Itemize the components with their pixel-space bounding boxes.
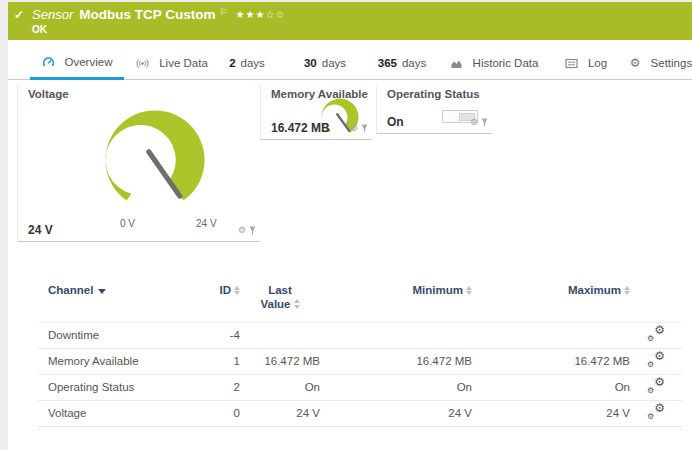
- table-row: Memory Available 1 16.472 MB 16.472 MB 1…: [38, 348, 682, 374]
- channel-last-value: 24 V: [240, 400, 320, 426]
- object-type-label: Sensor: [32, 7, 73, 22]
- gear-icon[interactable]: ⚙: [350, 124, 358, 133]
- gear-icon: ⚙: [630, 57, 641, 69]
- flag-icon[interactable]: ⚐: [220, 7, 228, 17]
- tab-label: Live Data: [159, 57, 208, 69]
- channel-settings-gears-icon[interactable]: ⚙⚙: [647, 326, 665, 342]
- status-ok-check-icon: ✓: [14, 8, 24, 22]
- tab-label: Log: [588, 57, 607, 69]
- channel-value: On: [387, 115, 404, 129]
- sensor-page: ✓ Sensor Modbus TCP Custom ⚐ ★★★☆☆ OK Ov…: [8, 2, 692, 450]
- gear-icon[interactable]: ⚙: [470, 118, 478, 127]
- gauge-icon: [42, 56, 55, 68]
- chart-icon: [450, 58, 463, 69]
- tab-label: Settings: [651, 57, 692, 69]
- pin-icon[interactable]: [481, 113, 488, 131]
- sort-icon: [624, 286, 630, 296]
- tab-label: Historic Data: [473, 57, 539, 69]
- channel-minimum: On: [320, 374, 472, 400]
- tab-live-data[interactable]: Live Data: [130, 46, 214, 80]
- tab-30-days[interactable]: 30 days: [296, 46, 354, 80]
- voltage-gauge: [80, 96, 230, 224]
- pin-icon[interactable]: [249, 221, 256, 239]
- gauge-min-label: 0 V: [120, 218, 135, 229]
- channel-settings-gears-icon[interactable]: ⚙⚙: [647, 352, 665, 368]
- column-header-minimum[interactable]: Minimum: [320, 278, 472, 322]
- channel-value: 16.472 MB: [271, 121, 330, 135]
- channel-name[interactable]: Memory Available: [38, 348, 188, 374]
- sort-desc-icon: [98, 289, 106, 294]
- channel-settings-gears-icon[interactable]: ⚙⚙: [647, 404, 665, 420]
- channel-minimum: [320, 322, 472, 348]
- sort-icon: [466, 286, 472, 296]
- panel-voltage: Voltage 0 V 24 V 24 V ⚙: [17, 84, 260, 242]
- tab-settings[interactable]: ⚙ Settings: [630, 46, 692, 80]
- table-row: Operating Status 2 On On On ⚙⚙: [38, 374, 682, 400]
- column-header-id[interactable]: ID: [188, 278, 240, 322]
- channel-maximum: 24 V: [472, 400, 630, 426]
- channel-table: Channel ID Last Value Minimum Maximum: [38, 278, 682, 427]
- tab-2-days[interactable]: 2 days: [220, 46, 274, 80]
- channel-last-value: 16.472 MB: [240, 348, 320, 374]
- tab-log[interactable]: Log: [558, 46, 614, 80]
- channel-name[interactable]: Operating Status: [38, 374, 188, 400]
- column-header-maximum[interactable]: Maximum: [472, 278, 630, 322]
- channel-id: 1: [188, 348, 240, 374]
- tab-historic-data[interactable]: Historic Data: [446, 46, 542, 80]
- channel-maximum: [472, 322, 630, 348]
- sensor-status-header: ✓ Sensor Modbus TCP Custom ⚐ ★★★☆☆ OK: [8, 2, 692, 40]
- column-header-channel[interactable]: Channel: [38, 278, 188, 322]
- channel-id: 2: [188, 374, 240, 400]
- channel-minimum: 24 V: [320, 400, 472, 426]
- tab-label: days: [402, 57, 426, 69]
- tab-overview[interactable]: Overview: [30, 46, 124, 80]
- tab-label: 30: [304, 57, 317, 69]
- tab-label: days: [241, 57, 265, 69]
- table-row: Downtime -4 ⚙⚙: [38, 322, 682, 348]
- panel-memory-available: Memory Available 16.472 MB ⚙: [260, 84, 372, 140]
- channel-id: 0: [188, 400, 240, 426]
- channel-id: -4: [188, 322, 240, 348]
- pin-icon[interactable]: [361, 119, 368, 137]
- gauge-max-label: 24 V: [196, 218, 217, 229]
- channel-minimum: 16.472 MB: [320, 348, 472, 374]
- tab-label: 365: [378, 57, 397, 69]
- channel-maximum: 16.472 MB: [472, 348, 630, 374]
- sensor-title: Modbus TCP Custom: [79, 7, 215, 22]
- table-row: Voltage 0 24 V 24 V 24 V ⚙⚙: [38, 400, 682, 426]
- channel-last-value: On: [240, 374, 320, 400]
- sensor-status-text: OK: [32, 24, 47, 35]
- log-icon: [565, 58, 578, 69]
- tab-365-days[interactable]: 365 days: [370, 46, 434, 80]
- panel-title: Operating Status: [387, 88, 480, 100]
- column-header-last-value[interactable]: Last Value: [240, 278, 320, 322]
- panel-operating-status: Operating Status On ⚙: [376, 84, 492, 134]
- channel-last-value: [240, 322, 320, 348]
- priority-stars[interactable]: ★★★☆☆: [236, 9, 286, 20]
- gear-icon[interactable]: ⚙: [238, 226, 246, 235]
- tab-label: Overview: [65, 56, 113, 68]
- panel-title: Voltage: [28, 88, 69, 100]
- live-data-icon: [136, 58, 149, 69]
- tab-bar: Overview Live Data 2 days 30 days 365 da…: [8, 40, 692, 80]
- sort-icon: [234, 286, 240, 296]
- channel-value: 24 V: [28, 223, 53, 237]
- channel-maximum: On: [472, 374, 630, 400]
- tab-label: days: [322, 57, 346, 69]
- channel-name[interactable]: Downtime: [38, 322, 188, 348]
- channel-settings-gears-icon[interactable]: ⚙⚙: [647, 378, 665, 394]
- table-header-row: Channel ID Last Value Minimum Maximum: [38, 278, 682, 322]
- channel-name[interactable]: Voltage: [38, 400, 188, 426]
- sort-icon: [294, 299, 300, 309]
- tab-label: 2: [229, 57, 235, 69]
